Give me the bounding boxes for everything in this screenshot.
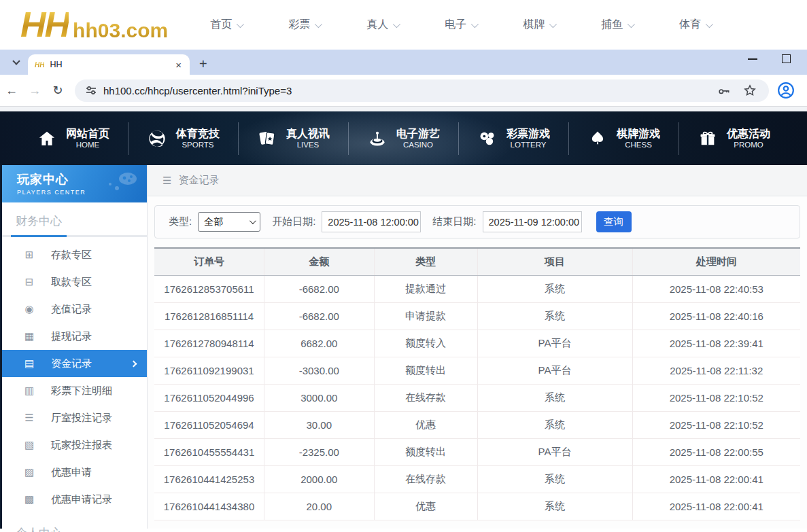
table-row[interactable]: 1762610441434380 20.00 优惠 系统 2025-11-08 …	[154, 493, 800, 520]
cell-project: 系统	[477, 493, 632, 520]
sidebar-item-label: 优惠申请	[51, 466, 92, 479]
cell-amount: 30.00	[264, 411, 375, 438]
sidebar-item[interactable]: ◉ 充值记录	[2, 296, 147, 323]
lottery-bets-icon: ▥	[23, 385, 35, 397]
table-header-cell: 订单号	[154, 248, 264, 275]
top-nav: 首页 彩票 真人 电子 棋牌 捕鱼	[210, 18, 711, 32]
table-row[interactable]: 1762610455554431 -2325.00 额度转出 PA平台 2025…	[154, 438, 800, 465]
cell-time: 2025-11-08 22:00:55	[632, 438, 800, 465]
sidebar-item[interactable]: ▧ 玩家投注报表	[2, 431, 147, 459]
sidebar-item-label: 存款专区	[51, 249, 92, 262]
game-nav-subtitle: LOTTERY	[506, 141, 550, 150]
sidebar-item[interactable]: ▨ 优惠申请	[2, 459, 147, 486]
sidebar-item-label: 优惠申请记录	[51, 493, 112, 506]
game-nav-item[interactable]: 彩票游戏 LOTTERY	[458, 122, 568, 155]
table-row[interactable]: 1762611052044996 3000.00 在线存款 系统 2025-11…	[154, 384, 800, 411]
sidebar-item[interactable]: ⊞ 存款专区	[2, 241, 147, 268]
forward-button[interactable]: →	[23, 84, 46, 98]
site-logo[interactable]: HH hh03.com	[20, 9, 168, 41]
finance-section-title: 财务中心	[2, 202, 147, 235]
sidebar-item-label: 玩家投注报表	[51, 439, 112, 452]
browser-profile-icon[interactable]	[777, 82, 795, 99]
chevron-down-icon	[628, 20, 635, 27]
cell-amount: -6682.00	[264, 275, 375, 302]
password-key-icon[interactable]	[717, 84, 731, 97]
game-nav-item[interactable]: 优惠活动 PROMO	[679, 122, 789, 155]
cell-order-number: 1762612816851114	[154, 302, 264, 330]
cell-amount: 20.00	[264, 493, 375, 520]
cell-type: 优惠	[374, 411, 477, 438]
game-nav-item[interactable]: 网站首页 HOME	[18, 122, 128, 155]
end-date-input[interactable]: 2025-11-09 12:00:00	[483, 211, 582, 232]
cell-time: 2025-11-08 22:40:16	[632, 302, 800, 330]
tab-search-button[interactable]	[7, 53, 26, 72]
cell-type: 在线存款	[374, 465, 477, 493]
game-nav-item[interactable]: 棋牌游戏 CHESS	[568, 122, 679, 155]
table-row[interactable]: 1762612816851114 -6682.00 申请提款 系统 2025-1…	[154, 302, 800, 330]
tab-favicon: HH	[35, 61, 44, 69]
game-nav-item[interactable]: 电子游艺 CASINO	[348, 122, 458, 155]
start-date-input[interactable]: 2025-11-08 12:00:00	[322, 211, 421, 232]
recharge-record-icon: ◉	[23, 303, 35, 315]
type-select[interactable]: 全部	[198, 212, 260, 232]
sidebar-item[interactable]: ▥ 彩票下注明细	[2, 377, 147, 404]
promo-apply-icon: ▨	[23, 466, 35, 478]
game-nav-title: 优惠活动	[727, 127, 770, 141]
menu-icon: ☰	[162, 175, 171, 187]
cell-order-number: 1762611052044996	[154, 384, 264, 411]
chevron-down-icon	[549, 20, 557, 27]
content-area: 类型: 全部 开始日期: 2025-11-08 12:00:00 结束日期: 2…	[148, 196, 807, 529]
promo-record-icon: ▩	[23, 493, 35, 506]
cell-time: 2025-11-08 22:11:32	[632, 357, 800, 384]
game-nav-item[interactable]: 真人视讯 LIVES	[238, 122, 348, 155]
cell-project: PA平台	[477, 357, 632, 384]
sidebar-item[interactable]: ▩ 优惠申请记录	[2, 486, 147, 513]
table-header-cell: 项目	[477, 248, 632, 275]
players-center-header: 玩家中心 PLAYERS CENTER	[2, 165, 147, 202]
reload-button[interactable]: ↻	[46, 83, 69, 98]
cell-order-number: 1762611052054694	[154, 411, 264, 438]
search-button[interactable]: 查询	[596, 211, 632, 232]
game-nav: 网站首页 HOME 体育竞技 SPORTS 真人视讯 LIVES 电子游艺 CA…	[0, 107, 807, 165]
table-row[interactable]: 1762611092199031 -3030.00 额度转出 PA平台 2025…	[154, 357, 800, 384]
table-header-row: 订单号金额类型项目处理时间	[154, 248, 800, 275]
window-maximize-button[interactable]	[782, 54, 791, 63]
table-row[interactable]: 1762612853705611 -6682.00 提款通过 系统 2025-1…	[154, 275, 800, 302]
table-header-cell: 处理时间	[632, 248, 800, 275]
game-nav-item[interactable]: 体育竞技 SPORTS	[128, 122, 238, 155]
gamepad-icon	[103, 171, 139, 198]
top-nav-item[interactable]: 捕鱼	[601, 18, 633, 32]
top-nav-item[interactable]: 首页	[210, 18, 242, 32]
table-row[interactable]: 1762612780948114 6682.00 额度转入 PA平台 2025-…	[154, 330, 800, 357]
top-nav-item[interactable]: 真人	[366, 18, 398, 32]
site-info-icon[interactable]	[86, 85, 97, 96]
cell-amount: -6682.00	[264, 302, 375, 330]
top-nav-item[interactable]: 体育	[679, 18, 711, 32]
url-text[interactable]: hh100.cc/hhcp/usercenter.html?iniType=3	[103, 85, 717, 96]
sidebar-item[interactable]: ☰ 厅室投注记录	[2, 404, 147, 431]
breadcrumb-label: 资金记录	[178, 174, 219, 187]
table-body: 1762612853705611 -6682.00 提款通过 系统 2025-1…	[154, 275, 800, 520]
cell-amount: 2000.00	[264, 465, 375, 493]
back-button[interactable]: ←	[0, 84, 23, 98]
chevron-down-icon	[315, 20, 322, 27]
end-date-label: 结束日期:	[432, 215, 476, 228]
sidebar-item[interactable]: ⊟ 取款专区	[2, 268, 147, 296]
sidebar-item-label: 取款专区	[51, 276, 92, 289]
window-minimize-button[interactable]	[748, 58, 757, 60]
top-nav-item[interactable]: 彩票	[288, 18, 320, 32]
bookmark-star-icon[interactable]	[743, 84, 757, 97]
chevron-down-icon	[12, 57, 20, 65]
withdraw-icon: ⊟	[23, 276, 35, 288]
address-bar[interactable]: hh100.cc/hhcp/usercenter.html?iniType=3	[75, 79, 769, 102]
sidebar-item[interactable]: ▦ 提现记录	[2, 323, 147, 350]
sidebar-item[interactable]: ▤ 资金记录	[2, 350, 147, 377]
tab-close-icon[interactable]: ×	[173, 59, 184, 71]
top-nav-item[interactable]: 电子	[445, 18, 477, 32]
browser-tab[interactable]: HH HH ×	[28, 54, 190, 75]
new-tab-button[interactable]: +	[199, 57, 207, 71]
top-nav-item[interactable]: 棋牌	[523, 18, 555, 32]
table-row[interactable]: 1762610441425253 2000.00 在线存款 系统 2025-11…	[154, 465, 800, 493]
bet-report-icon: ▧	[23, 439, 35, 451]
table-row[interactable]: 1762611052054694 30.00 优惠 系统 2025-11-08 …	[154, 411, 800, 438]
